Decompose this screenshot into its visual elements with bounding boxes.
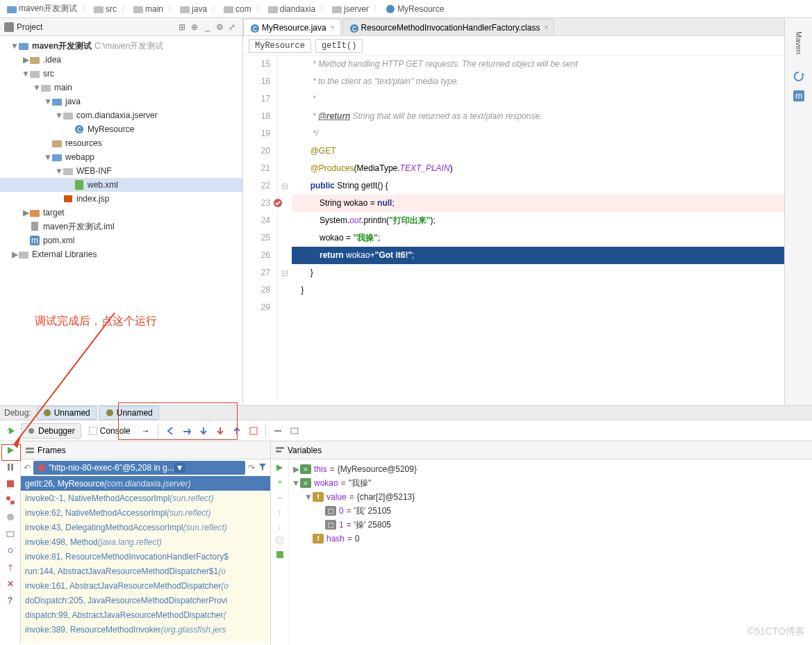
code-line[interactable]: return wokao+"Got it6!";: [292, 247, 784, 264]
code-line[interactable]: }: [292, 264, 784, 281]
settings-icon[interactable]: [4, 544, 17, 557]
gear-icon[interactable]: ⚙: [213, 21, 226, 33]
duplicate-icon[interactable]: ⿻: [276, 536, 284, 546]
run-to-cursor-icon[interactable]: [270, 423, 285, 439]
close-tab-icon[interactable]: ×: [331, 24, 335, 31]
mute-breakpoints-icon[interactable]: [4, 511, 17, 523]
tree-node[interactable]: ▶.idea: [0, 53, 242, 67]
expand-icon[interactable]: ⤢: [226, 21, 238, 33]
variable-node[interactable]: ▼fvalue = {char[2]@5213}: [292, 490, 809, 504]
tree-node[interactable]: ▼main: [0, 81, 242, 95]
add-watch-icon[interactable]: ▶: [276, 462, 283, 472]
code-line[interactable]: *: [292, 90, 784, 108]
editor-tab[interactable]: cResourceMethodInvocationHandlerFactory.…: [342, 19, 555, 35]
variable-node[interactable]: ⬚1 = '操' 25805: [292, 518, 809, 532]
tree-node[interactable]: ▼java: [0, 95, 242, 108]
breadcrumb-item[interactable]: jserver: [329, 3, 372, 15]
maven-tool-button[interactable]: Maven: [792, 22, 806, 64]
code-line[interactable]: String wokao = null;: [292, 195, 784, 212]
fold-column[interactable]: ⊟⊟: [278, 56, 292, 405]
code-line[interactable]: @GET: [292, 142, 784, 160]
breadcrumb-item[interactable]: diandaxia: [265, 3, 318, 15]
show-watches-icon[interactable]: [275, 550, 285, 562]
tree-node[interactable]: ▼src: [0, 67, 242, 81]
frame-list[interactable]: getIt:26, MyResource (com.diandaxia.jser…: [21, 476, 270, 643]
code-line[interactable]: * to the client as "text/plain" media ty…: [292, 73, 784, 90]
filter-icon[interactable]: [258, 462, 267, 473]
tree-node[interactable]: ▶External Libraries: [0, 247, 242, 261]
breadcrumb-item[interactable]: src: [91, 3, 119, 15]
code-line[interactable]: */: [292, 125, 784, 142]
stack-frame[interactable]: invoke:62, NativeMethodAccessorImpl (sun…: [21, 505, 270, 520]
stack-frame[interactable]: doDispatch:205, JavaResourceMethodDispat…: [21, 593, 270, 607]
tree-node[interactable]: ▼com.diandaxia.jserver: [0, 108, 242, 122]
variable-node[interactable]: ▼≡wokao = "我操": [292, 476, 809, 490]
tree-node[interactable]: ▶target: [0, 206, 242, 220]
scroll-from-source-icon[interactable]: ⊕: [188, 21, 201, 33]
tree-node[interactable]: cMyResource: [0, 122, 242, 136]
debugger-tab[interactable]: Debugger: [21, 423, 81, 439]
stack-frame[interactable]: invoke:389, ResourceMethodInvoker (org.g…: [21, 622, 270, 637]
breadcrumb-item[interactable]: maven开发测试: [4, 1, 80, 16]
breadcrumb-item[interactable]: main: [131, 3, 166, 15]
new-watch-icon[interactable]: ＋: [276, 476, 284, 488]
thread-selector[interactable]: ↶ "http-nio-80-exec-6"@5,208 in g...▼ ↷: [21, 459, 270, 476]
code-line[interactable]: public String getIt() {: [292, 177, 784, 195]
pause-icon[interactable]: [4, 461, 17, 473]
hide-icon[interactable]: ⎯: [201, 21, 213, 33]
code-line[interactable]: * @return String that will be returned a…: [292, 108, 784, 125]
variable-node[interactable]: fhash = 0: [292, 532, 809, 546]
tree-node[interactable]: ▼maven开发测试 C:\maven开发测试: [0, 39, 242, 53]
editor-tab[interactable]: cMyResource.java×: [243, 19, 341, 35]
stack-frame[interactable]: invoke:161, AbstractJavaResourceMethodDi…: [21, 578, 270, 593]
code-lines[interactable]: * Method handling HTTP GET requests. The…: [292, 56, 784, 405]
drop-frame-icon[interactable]: [246, 423, 261, 439]
breadcrumb-item[interactable]: MyResource: [383, 3, 447, 15]
code-line[interactable]: [292, 299, 784, 316]
tree-node[interactable]: resources: [0, 136, 242, 150]
variable-node[interactable]: ⬚0 = '我' 25105: [292, 504, 809, 518]
rerun-icon[interactable]: [4, 423, 19, 439]
code-line[interactable]: }: [292, 281, 784, 299]
code-crumb[interactable]: getIt(): [315, 39, 363, 53]
stop-icon[interactable]: [4, 477, 17, 490]
breadcrumb-item[interactable]: com: [221, 3, 254, 15]
stack-frame[interactable]: invoke0:-1, NativeMethodAccessorImpl (su…: [21, 491, 270, 505]
code-line[interactable]: wokao = "我操";: [292, 229, 784, 247]
stack-frame[interactable]: invoke:498, Method (java.lang.reflect): [21, 534, 270, 549]
tree-node[interactable]: ▼WEB-INF: [0, 164, 242, 178]
close-tab-icon[interactable]: ×: [544, 24, 548, 31]
collapse-all-icon[interactable]: ⊞: [176, 21, 188, 33]
code-crumb[interactable]: MyResource: [249, 39, 311, 53]
variable-node[interactable]: ▶≡this = {MyResource@5209}: [292, 462, 809, 476]
tree-node[interactable]: maven开发测试.iml: [0, 220, 242, 234]
close-icon[interactable]: ✕: [4, 578, 17, 590]
stack-frame[interactable]: invoke:43, DelegatingMethodAccessorImpl …: [21, 520, 270, 534]
remove-watch-icon[interactable]: －: [276, 492, 284, 504]
tree-node[interactable]: mpom.xml: [0, 234, 242, 247]
tree-node[interactable]: index.jsp: [0, 192, 242, 206]
variables-tree[interactable]: ▶≡this = {MyResource@5209}▼≡wokao = "我操"…: [289, 459, 812, 643]
tree-node[interactable]: ▼webapp: [0, 150, 242, 164]
down-icon[interactable]: ↓: [278, 522, 282, 532]
debug-config-tab-1[interactable]: Unnamed: [37, 406, 97, 420]
up-icon[interactable]: ↑: [278, 508, 282, 518]
refresh-icon[interactable]: [792, 70, 806, 83]
maven-icon[interactable]: m: [792, 89, 806, 103]
pin-icon[interactable]: [4, 561, 17, 573]
evaluate-icon[interactable]: [287, 423, 302, 439]
code-line[interactable]: * Method handling HTTP GET requests. The…: [292, 56, 784, 73]
gutter[interactable]: 151617181920212223242526272829: [243, 56, 278, 405]
view-breakpoints-icon[interactable]: [4, 494, 17, 507]
stack-frame[interactable]: run:144, AbstractJavaResourceMethodDispa…: [21, 564, 270, 578]
breadcrumb-item[interactable]: java: [177, 3, 210, 15]
camera-icon[interactable]: [4, 528, 17, 540]
code-line[interactable]: @Produces(MediaType.TEXT_PLAIN): [292, 160, 784, 177]
project-tree[interactable]: ▼maven开发测试 C:\maven开发测试▶.idea▼src▼main▼j…: [0, 36, 242, 405]
code-line[interactable]: System.out.println("打印出来");: [292, 212, 784, 229]
stack-frame[interactable]: invoke:81, ResourceMethodInvocationHandl…: [21, 549, 270, 564]
help-icon[interactable]: ?: [4, 594, 17, 607]
stack-frame[interactable]: getIt:26, MyResource (com.diandaxia.jser…: [21, 476, 270, 491]
tree-node[interactable]: web.xml: [0, 178, 242, 192]
stack-frame[interactable]: dispatch:99, AbstractJavaResourceMethodD…: [21, 607, 270, 622]
